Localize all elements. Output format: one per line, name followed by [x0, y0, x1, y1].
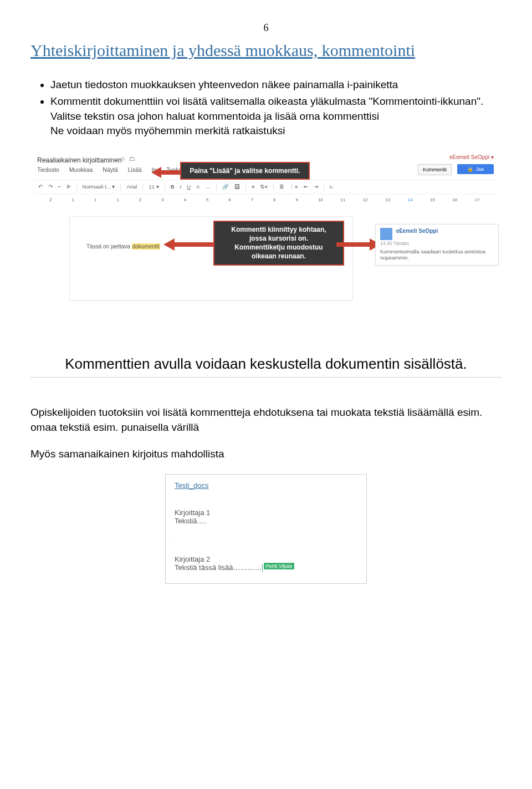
comment-card[interactable]: eEemeli SeOppi 14.40 Tänään Kommentoimal…	[375, 224, 499, 266]
menu-nayta[interactable]: Näytä	[103, 166, 117, 173]
font-select[interactable]: Arial	[126, 184, 137, 190]
section-title: Yhteiskirjoittaminen ja yhdessä muokkaus…	[30, 39, 502, 62]
link-icon[interactable]: 🔗	[222, 184, 229, 190]
image-icon[interactable]: 🖼	[234, 184, 240, 190]
collaborator-cursor-tag: Pertti Vilpas	[264, 563, 295, 569]
textcolor-button[interactable]: A	[196, 184, 200, 190]
arrow-left-icon	[151, 167, 180, 178]
comment-author: eEemeli SeOppi	[396, 228, 438, 234]
undo-icon[interactable]: ↶	[38, 184, 43, 190]
author-text: Tekstiä….	[175, 517, 357, 525]
share-button[interactable]: 🔒Jaa	[457, 164, 494, 174]
list-numbered-icon[interactable]: ≣	[279, 184, 284, 190]
indent-dec-icon[interactable]: ⇤	[304, 184, 308, 190]
callout-kommentti-kohta: Kommentti kiinnittyy kohtaan, jossa kurs…	[213, 221, 344, 266]
italic-button[interactable]: I	[180, 184, 182, 190]
lock-icon: 🔒	[467, 166, 473, 172]
ruler: 21 11 23 45 67 89 1011 1213 14 1516 17	[35, 196, 497, 204]
author-name: Kirjoittaja 2	[175, 555, 357, 563]
style-select[interactable]: Normaali t... ▾	[83, 184, 115, 190]
screenshot-docs-editor: Reaaliaikainen kirjoittaminen ☆ 🗀 Tiedos…	[30, 154, 502, 315]
star-icon[interactable]: ☆	[120, 155, 126, 162]
bullet-item: Jaetun tiedoston muokkauksen yhteenvedon…	[50, 78, 502, 93]
font-size[interactable]: 11 ▾	[149, 184, 158, 190]
author-text-with-cursor: Tekstiä tässä lisää…………Pertti Vilpas	[175, 563, 357, 572]
illustration-caption: Kommenttien avulla voidaan keskustella d…	[44, 354, 488, 374]
menu-muokkaa[interactable]: Muokkaa	[69, 166, 93, 173]
print-icon[interactable]: ⌐	[58, 184, 62, 190]
bold-button[interactable]: B	[171, 184, 175, 190]
body-paragraph: Myös samanaikainen kirjoitus mahdollista	[30, 447, 502, 462]
author-block-1: Kirjoittaja 1 Tekstiä….	[175, 508, 357, 525]
collaborator-cursor-icon	[262, 564, 263, 572]
author-block-2: Kirjoittaja 2 Tekstiä tässä lisää…………Per…	[175, 555, 357, 572]
underline-button[interactable]: U	[187, 184, 191, 190]
author-name: Kirjoittaja 1	[175, 508, 357, 517]
clear-format-icon[interactable]: Iₓ	[330, 184, 334, 190]
body-paragraph: Opiskelijoiden tuotoksiin voi lisätä kom…	[30, 405, 502, 435]
screenshot-coauthor-doc: Testi_docs Kirjoittaja 1 Tekstiä…. . Kir…	[165, 474, 367, 584]
more-icon[interactable]: …	[205, 184, 211, 190]
callout-paina-lisaa: Paina "Lisää" ja valitse kommentti.	[180, 162, 310, 180]
doc-title-underlined: Testi_docs	[175, 481, 357, 490]
bullet-list: Jaetun tiedoston muokkauksen yhteenvedon…	[50, 78, 502, 139]
align-icon[interactable]: ≡	[252, 184, 255, 190]
document-body-text: Tässä on jaettava dokumentti	[86, 243, 160, 250]
avatar	[380, 228, 392, 240]
arrow-right-icon	[336, 238, 381, 251]
google-docs-top: Reaaliaikainen kirjoittaminen ☆ 🗀 Tiedos…	[30, 154, 502, 214]
toolbar: ↶ ↷ ⌐ ᐈ Normaali t... ▾ Arial 11 ▾ B I U…	[35, 180, 497, 194]
doc-title: Reaaliaikainen kirjoittaminen	[37, 156, 122, 164]
menu-tiedosto[interactable]: Tiedosto	[37, 166, 59, 173]
menu-lisaa[interactable]: Lisää	[128, 166, 142, 173]
folder-icon[interactable]: 🗀	[129, 155, 135, 162]
page-number: 6	[30, 22, 502, 34]
indent-inc-icon[interactable]: ⇥	[314, 184, 318, 190]
horizontal-rule	[30, 377, 502, 378]
list-bullet-icon[interactable]: ⋮≡	[289, 184, 298, 190]
arrow-left-icon	[163, 238, 213, 251]
spacer-dot: .	[175, 538, 357, 544]
comment-body: Kommentoimalla saadaan tuotettua aineist…	[380, 248, 494, 261]
bullet-item: Kommentit dokumenttiin voi lisätä valits…	[50, 94, 502, 139]
linespacing-icon[interactable]: ⇅≡	[260, 184, 268, 190]
paint-icon[interactable]: ᐈ	[67, 184, 71, 190]
comment-time: 14.40 Tänään	[380, 241, 409, 246]
comments-button[interactable]: Kommentit	[418, 164, 452, 175]
highlighted-text: dokumentti	[132, 243, 160, 250]
redo-icon[interactable]: ↷	[48, 184, 53, 190]
account-name[interactable]: eEemeli SeOppi ▾	[449, 154, 494, 160]
